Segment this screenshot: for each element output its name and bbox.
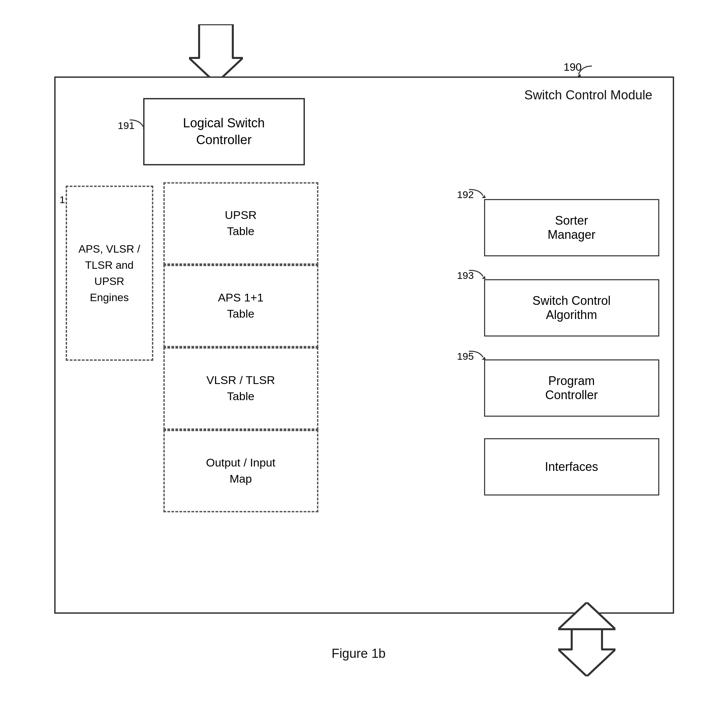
switch-control-algorithm-label: Switch ControlAlgorithm [532,294,610,322]
module-label: Switch Control Module [524,88,652,103]
top-arrow [189,24,243,83]
table-upsr: UPSRTable [163,182,318,265]
sorter-manager-box: SorterManager [484,199,659,256]
table-output-input-label: Output / InputMap [206,455,275,487]
interfaces-label: Interfaces [545,460,598,474]
switch-control-algorithm-box: Switch ControlAlgorithm [484,279,659,337]
ref-192-arrow [467,186,486,198]
figure-label: Figure 1b [331,646,386,661]
ref-195-arrow [467,348,486,360]
ref-193-arrow [467,267,486,279]
program-controller-label: ProgramController [545,374,598,402]
engines-box: APS, VLSR /TLSR andUPSREngines [66,186,153,361]
svg-marker-8 [558,629,615,676]
lsc-box: Logical SwitchController [143,98,305,165]
sorter-manager-label: SorterManager [547,214,595,242]
lsc-label: Logical SwitchController [183,115,265,148]
outer-box: Switch Control Module 190 191 Logical Sw… [54,77,674,614]
table-aps: APS 1+1Table [163,265,318,347]
tables-section: UPSRTable APS 1+1Table VLSR / TLSRTable … [163,182,318,512]
bottom-double-arrow [558,602,615,676]
table-output-input: Output / InputMap [163,430,318,512]
diagram-page: Switch Control Module 190 191 Logical Sw… [27,24,701,681]
table-upsr-label: UPSRTable [225,207,256,239]
program-controller-box: ProgramController [484,360,659,417]
svg-marker-5 [481,276,486,279]
table-vlsr: VLSR / TLSRTable [163,347,318,430]
table-aps-label: APS 1+1Table [218,290,263,322]
ref-190-arrow [575,64,595,78]
svg-marker-4 [481,195,486,198]
svg-marker-0 [189,24,243,83]
interfaces-box: Interfaces [484,438,659,496]
engines-label: APS, VLSR /TLSR andUPSREngines [75,237,143,309]
table-vlsr-label: VLSR / TLSRTable [207,372,275,404]
